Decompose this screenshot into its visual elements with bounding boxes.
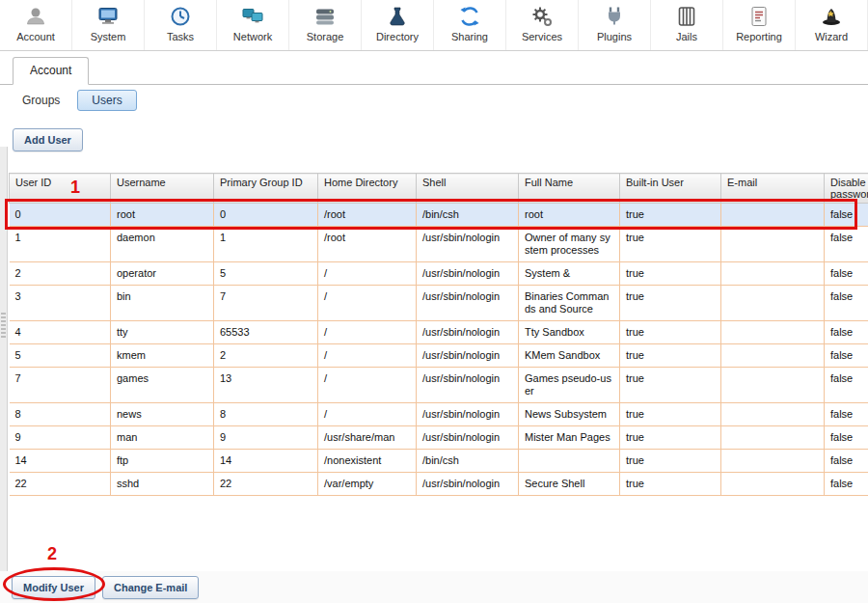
modify-user-button[interactable]: Modify User xyxy=(12,576,95,599)
main-tab-strip: Account xyxy=(0,51,868,85)
table-row[interactable]: 3 bin 7 / /usr/sbin/nologin Binaries Com… xyxy=(10,286,868,321)
tab-groups[interactable]: Groups xyxy=(14,90,68,111)
directory-icon xyxy=(385,3,410,30)
cell-primary-group-id: 22 xyxy=(214,473,318,496)
cell-disable-password: false xyxy=(825,321,868,344)
cell-home-directory: /root xyxy=(318,204,417,227)
cell-home-directory: / xyxy=(318,368,417,403)
toolbar-item-plugins[interactable]: Plugins xyxy=(579,0,651,50)
cell-full-name: Games pseudo-user xyxy=(519,368,620,403)
cell-user-id: 4 xyxy=(10,321,111,344)
cell-builtin-user: true xyxy=(620,227,721,262)
toolbar-item-tasks[interactable]: Tasks xyxy=(145,0,217,50)
tab-users[interactable]: Users xyxy=(77,90,136,111)
toolbar-item-directory[interactable]: Directory xyxy=(362,0,434,50)
cell-primary-group-id: 1 xyxy=(214,227,318,262)
cell-user-id: 9 xyxy=(10,426,111,450)
table-row[interactable]: 7 games 13 / /usr/sbin/nologin Games pse… xyxy=(10,368,868,403)
cell-shell: /usr/sbin/nologin xyxy=(417,286,519,321)
cell-shell: /bin/csh xyxy=(417,450,519,473)
toolbar-label: Directory xyxy=(376,31,419,42)
cell-user-id: 3 xyxy=(10,286,111,321)
toolbar-label: Storage xyxy=(307,31,344,42)
users-grid: User ID Username Primary Group ID Home D… xyxy=(9,173,868,571)
add-user-row: Add User xyxy=(0,117,868,151)
cell-email xyxy=(721,321,825,344)
wizard-icon xyxy=(819,3,844,30)
cell-disable-password: false xyxy=(825,262,868,286)
table-row[interactable]: 14 ftp 14 /nonexistent /bin/csh true fal… xyxy=(10,450,868,473)
toolbar-label: Network xyxy=(233,31,272,42)
change-email-button[interactable]: Change E-mail xyxy=(102,576,199,599)
col-header-shell[interactable]: Shell xyxy=(417,174,519,204)
cell-username: kmem xyxy=(111,344,214,368)
cell-primary-group-id: 5 xyxy=(214,262,318,286)
col-header-builtin-user[interactable]: Built-in User xyxy=(620,174,721,204)
table-row[interactable]: 1 daemon 1 /root /usr/sbin/nologin Owner… xyxy=(10,227,868,262)
cell-username: news xyxy=(111,403,214,426)
cell-builtin-user: true xyxy=(620,204,721,227)
table-row[interactable]: 0 root 0 /root /bin/csh root true false xyxy=(10,204,868,227)
cell-username: ftp xyxy=(111,450,214,473)
cell-username: root xyxy=(111,204,214,227)
cell-builtin-user: true xyxy=(620,450,721,473)
cell-primary-group-id: 13 xyxy=(214,368,318,403)
cell-user-id: 1 xyxy=(10,227,111,262)
cell-home-directory: / xyxy=(318,286,417,321)
cell-username: daemon xyxy=(111,227,214,262)
toolbar-label: Reporting xyxy=(736,31,782,42)
cell-shell: /usr/sbin/nologin xyxy=(417,344,519,368)
col-header-full-name[interactable]: Full Name xyxy=(519,174,620,204)
table-row[interactable]: 8 news 8 / /usr/sbin/nologin News Subsys… xyxy=(10,403,868,426)
col-header-home-directory[interactable]: Home Directory xyxy=(318,174,417,204)
toolbar-item-system[interactable]: System xyxy=(72,0,145,50)
col-header-disable-password[interactable]: Disable password xyxy=(825,174,868,204)
table-row[interactable]: 4 tty 65533 / /usr/sbin/nologin Tty Sand… xyxy=(10,321,868,344)
toolbar-item-network[interactable]: Network xyxy=(217,0,289,50)
toolbar-label: Sharing xyxy=(451,31,488,42)
cell-builtin-user: true xyxy=(620,368,721,403)
add-user-button[interactable]: Add User xyxy=(13,128,83,151)
cell-shell: /usr/sbin/nologin xyxy=(417,426,519,450)
cell-user-id: 0 xyxy=(10,204,111,227)
left-panel-splitter[interactable] xyxy=(0,147,8,571)
col-header-username[interactable]: Username xyxy=(111,174,214,204)
plugins-icon xyxy=(602,3,627,30)
toolbar-item-reporting[interactable]: Reporting xyxy=(723,0,796,50)
cell-email xyxy=(721,344,825,368)
cell-home-directory: / xyxy=(318,403,417,426)
cell-email xyxy=(721,403,825,426)
toolbar-item-jails[interactable]: Jails xyxy=(651,0,723,50)
cell-email xyxy=(721,473,825,496)
toolbar-item-wizard[interactable]: Wizard xyxy=(796,0,868,50)
reporting-icon xyxy=(746,3,772,30)
tab-account[interactable]: Account xyxy=(13,57,89,85)
cell-disable-password: false xyxy=(825,450,868,473)
col-header-email[interactable]: E-mail xyxy=(721,174,825,204)
cell-builtin-user: true xyxy=(620,344,721,368)
cell-user-id: 8 xyxy=(10,403,111,426)
toolbar-item-sharing[interactable]: Sharing xyxy=(434,0,506,50)
table-row[interactable]: 22 sshd 22 /var/empty /usr/sbin/nologin … xyxy=(10,473,868,496)
cell-shell: /usr/sbin/nologin xyxy=(417,473,519,496)
toolbar-item-services[interactable]: Services xyxy=(506,0,579,50)
col-header-primary-group-id[interactable]: Primary Group ID xyxy=(214,174,318,204)
cell-username: sshd xyxy=(111,473,214,496)
toolbar-label: Wizard xyxy=(815,31,848,42)
storage-icon xyxy=(312,3,338,30)
table-row[interactable]: 2 operator 5 / /usr/sbin/nologin System … xyxy=(10,262,868,286)
cell-home-directory: /nonexistent xyxy=(318,450,417,473)
table-row[interactable]: 5 kmem 2 / /usr/sbin/nologin KMem Sandbo… xyxy=(10,344,868,368)
toolbar-item-account[interactable]: Account xyxy=(0,0,72,50)
cell-full-name: KMem Sandbox xyxy=(519,344,620,368)
col-header-user-id[interactable]: User ID xyxy=(10,174,111,204)
cell-shell: /usr/sbin/nologin xyxy=(417,262,519,286)
cell-shell: /usr/sbin/nologin xyxy=(417,403,519,426)
table-row[interactable]: 9 man 9 /usr/share/man /usr/sbin/nologin… xyxy=(10,426,868,450)
toolbar-item-storage[interactable]: Storage xyxy=(289,0,362,50)
cell-email xyxy=(721,286,825,321)
cell-builtin-user: true xyxy=(620,403,721,426)
cell-builtin-user: true xyxy=(620,426,721,450)
cell-full-name: System & xyxy=(519,262,620,286)
toolbar-label: Services xyxy=(522,31,562,42)
